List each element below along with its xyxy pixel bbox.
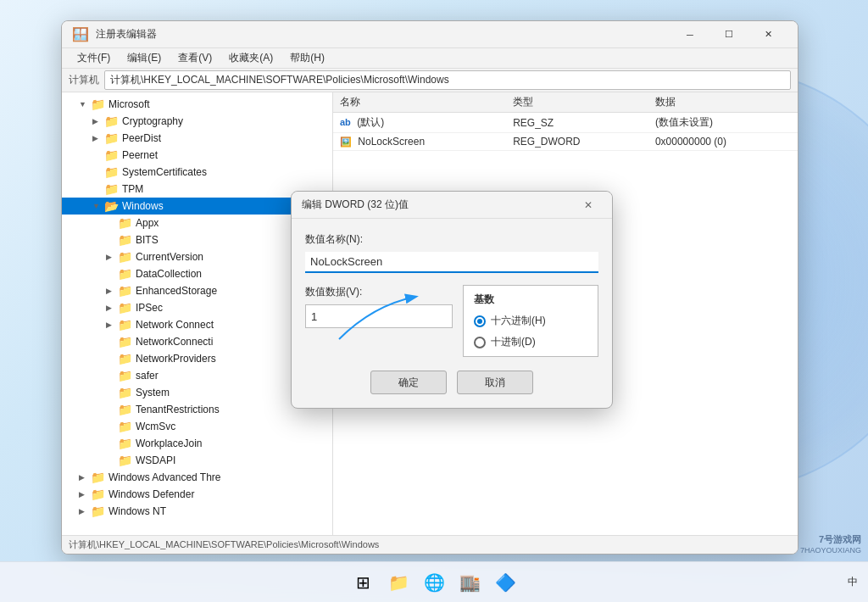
- table-row[interactable]: ab (默认) REG_SZ (数值未设置): [333, 113, 798, 133]
- tree-item-workplacejoin[interactable]: 📁 WorkplaceJoin: [62, 435, 332, 452]
- table-row[interactable]: 🖼️ NoLockScreen REG_DWORD 0x00000000 (0): [333, 133, 798, 151]
- tree-label: Windows NT: [108, 505, 166, 517]
- status-bar: 计算机\HKEY_LOCAL_MACHINE\SOFTWARE\Policies…: [62, 535, 798, 554]
- col-name: 名称: [333, 92, 506, 113]
- tree-item-peernet[interactable]: 📁 Peernet: [62, 147, 332, 164]
- taskbar-app-icon[interactable]: 🔷: [490, 567, 520, 598]
- tree-item-peerdist[interactable]: ▶ 📁 PeerDist: [62, 130, 332, 147]
- tree-label: WorkplaceJoin: [136, 438, 202, 449]
- radio-decimal-circle: [474, 337, 486, 348]
- confirm-button[interactable]: 确定: [370, 371, 447, 394]
- tree-item-wsdapi[interactable]: 📁 WSDAPI: [62, 452, 332, 469]
- base-title: 基数: [474, 293, 587, 307]
- folder-icon: 📁: [91, 488, 105, 501]
- reg-type: REG_DWORD: [506, 133, 648, 151]
- radio-dot: [477, 319, 482, 324]
- cancel-button[interactable]: 取消: [457, 371, 533, 394]
- tree-item-microsoft[interactable]: ▼ 📁 Microsoft: [62, 96, 332, 113]
- address-bar: 计算机 计算机\HKEY_LOCAL_MACHINE\SOFTWARE\Poli…: [62, 69, 798, 92]
- taskbar-store-icon[interactable]: 🏬: [454, 567, 485, 598]
- taskbar-center: ⊞ 📁 🌐 🏬 🔷: [348, 567, 520, 598]
- tree-label: NetworkConnecti: [136, 336, 213, 348]
- menu-file[interactable]: 文件(F): [69, 49, 119, 67]
- tree-item-wcmsvc[interactable]: 📁 WcmSvc: [62, 418, 332, 435]
- tree-item-windows-defender[interactable]: ▶ 📁 Windows Defender: [62, 486, 332, 503]
- tree-item-systemcerts[interactable]: 📁 SystemCertificates: [62, 164, 332, 181]
- folder-icon: 📁: [118, 369, 132, 382]
- radio-decimal[interactable]: 十进制(D): [474, 335, 587, 349]
- folder-icon: 📁: [118, 454, 132, 467]
- address-label: 计算机: [69, 73, 99, 87]
- tree-label: DataCollection: [136, 268, 202, 280]
- tree-label: WSDAPI: [136, 454, 175, 466]
- window-controls: ─ ☐ ✕: [670, 21, 787, 48]
- chevron-right-icon: ▶: [79, 490, 91, 499]
- folder-icon: 📁: [104, 182, 119, 196]
- tree-label: EnhancedStorage: [136, 285, 217, 297]
- reg-data: (数值未设置): [648, 113, 798, 133]
- radio-hex-circle: [474, 315, 486, 327]
- menu-edit[interactable]: 编辑(E): [119, 49, 170, 67]
- chevron-right-icon: ▶: [79, 473, 91, 482]
- folder-icon: 📁: [91, 98, 105, 111]
- dialog-data-label: 数值数据(V):: [305, 285, 453, 299]
- chevron-right-icon: ▶: [92, 134, 104, 142]
- taskbar-system-tray: 中: [848, 575, 858, 589]
- chevron-right-icon: ▶: [106, 304, 118, 312]
- dialog-close-button[interactable]: ✕: [575, 193, 602, 217]
- tree-label: Peernet: [122, 149, 158, 161]
- radio-hex[interactable]: 十六进制(H): [474, 314, 587, 328]
- tree-item-windows-advanced[interactable]: ▶ 📁 Windows Advanced Thre: [62, 469, 332, 486]
- chevron-right-icon: ▶: [106, 253, 118, 261]
- taskbar-explorer-icon[interactable]: 📁: [383, 567, 414, 598]
- dialog-base-section: 基数 十六进制(H) 十进制(D): [463, 285, 598, 357]
- taskbar-edge-icon[interactable]: 🌐: [419, 567, 449, 598]
- radio-hex-label: 十六进制(H): [491, 314, 546, 328]
- folder-icon: 📁: [118, 267, 132, 281]
- tree-label: Appx: [136, 217, 159, 229]
- folder-icon: 📁: [118, 250, 132, 264]
- folder-open-icon: 📂: [104, 199, 119, 213]
- minimize-button[interactable]: ─: [670, 21, 709, 48]
- maximize-button[interactable]: ☐: [709, 21, 748, 48]
- menu-help[interactable]: 帮助(H): [281, 49, 333, 67]
- reg-img-icon: 🖼️: [340, 137, 352, 147]
- col-type: 类型: [506, 92, 648, 113]
- reg-name: 🖼️ NoLockScreen: [333, 133, 506, 151]
- tree-label: TPM: [122, 183, 143, 195]
- taskbar: ⊞ 📁 🌐 🏬 🔷 中: [0, 561, 868, 602]
- chevron-right-icon: ▶: [106, 321, 118, 329]
- dialog-name-input[interactable]: [305, 252, 598, 273]
- reg-data: 0x00000000 (0): [648, 133, 798, 151]
- tree-label: TenantRestrictions: [136, 404, 220, 415]
- watermark-line2: 7HAOYOUXIANG: [800, 546, 861, 555]
- tree-label: IPSec: [136, 302, 163, 314]
- tree-item-windows-nt[interactable]: ▶ 📁 Windows NT: [62, 503, 332, 520]
- title-bar: 🪟 注册表编辑器 ─ ☐ ✕: [62, 21, 798, 48]
- folder-icon: 📁: [118, 403, 132, 416]
- dialog-value-input[interactable]: [305, 304, 453, 328]
- dword-dialog: 编辑 DWORD (32 位)值 ✕ 数值名称(N): 数值数据(V): 基数: [291, 191, 613, 409]
- taskbar-start-button[interactable]: ⊞: [348, 567, 378, 598]
- folder-icon: 📁: [118, 284, 132, 298]
- col-data: 数据: [648, 92, 798, 113]
- tree-label: PeerDist: [122, 132, 161, 144]
- tree-item-cryptography[interactable]: ▶ 📁 Cryptography: [62, 113, 332, 130]
- reg-ab-icon: ab: [340, 117, 351, 127]
- tree-label: Windows Advanced Thre: [108, 471, 221, 483]
- dialog-body: 数值名称(N): 数值数据(V): 基数 十六进制(H): [292, 219, 612, 408]
- menu-view[interactable]: 查看(V): [170, 49, 220, 67]
- folder-icon: 📁: [118, 386, 132, 399]
- dialog-buttons: 确定 取消: [305, 371, 598, 394]
- address-path[interactable]: 计算机\HKEY_LOCAL_MACHINE\SOFTWARE\Policies…: [104, 70, 791, 90]
- menu-favorites[interactable]: 收藏夹(A): [220, 49, 281, 67]
- tree-label: System: [136, 387, 170, 399]
- folder-icon: 📁: [118, 233, 132, 247]
- dialog-title: 编辑 DWORD (32 位)值: [302, 198, 575, 212]
- folder-icon: 📁: [104, 114, 119, 128]
- tree-label: NetworkProviders: [136, 353, 216, 365]
- chevron-down-icon: ▼: [79, 100, 91, 109]
- close-button[interactable]: ✕: [748, 21, 787, 48]
- chevron-right-icon: ▶: [92, 117, 104, 125]
- tree-label: Windows: [122, 200, 164, 212]
